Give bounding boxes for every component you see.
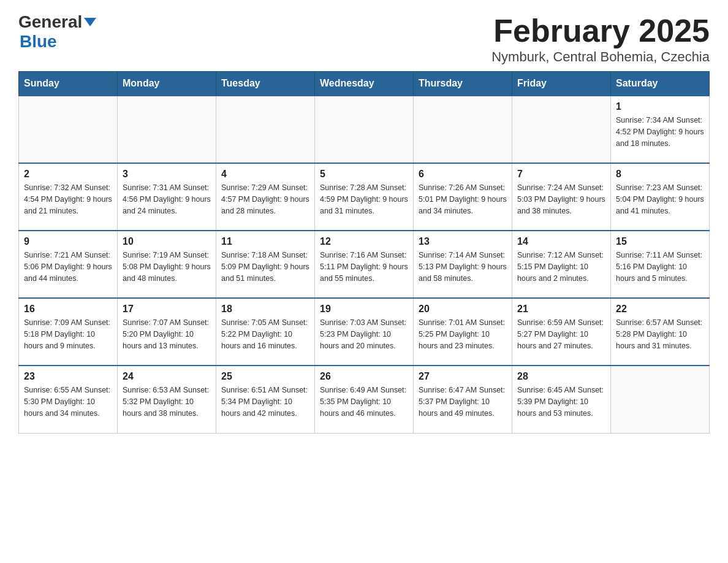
- table-row: 16Sunrise: 7:09 AM Sunset: 5:18 PM Dayli…: [19, 298, 118, 366]
- col-wednesday: Wednesday: [315, 72, 414, 96]
- table-row: 12Sunrise: 7:16 AM Sunset: 5:11 PM Dayli…: [315, 231, 414, 298]
- day-info: Sunrise: 6:55 AM Sunset: 5:30 PM Dayligh…: [24, 385, 112, 419]
- day-info: Sunrise: 6:53 AM Sunset: 5:32 PM Dayligh…: [123, 385, 211, 419]
- day-info: Sunrise: 6:47 AM Sunset: 5:37 PM Dayligh…: [419, 385, 507, 419]
- page-title: February 2025: [491, 12, 710, 49]
- day-number: 14: [517, 236, 605, 247]
- table-row: 3Sunrise: 7:31 AM Sunset: 4:56 PM Daylig…: [118, 163, 216, 231]
- table-row: 17Sunrise: 7:07 AM Sunset: 5:20 PM Dayli…: [118, 298, 216, 366]
- table-row: 11Sunrise: 7:18 AM Sunset: 5:09 PM Dayli…: [216, 231, 315, 298]
- day-info: Sunrise: 7:07 AM Sunset: 5:20 PM Dayligh…: [123, 317, 211, 351]
- calendar-week-row: 9Sunrise: 7:21 AM Sunset: 5:06 PM Daylig…: [19, 231, 710, 298]
- day-info: Sunrise: 7:09 AM Sunset: 5:18 PM Dayligh…: [24, 317, 112, 351]
- day-number: 17: [123, 304, 211, 315]
- table-row: [19, 96, 118, 163]
- calendar-week-row: 2Sunrise: 7:32 AM Sunset: 4:54 PM Daylig…: [19, 163, 710, 231]
- day-number: 10: [123, 236, 211, 247]
- table-row: 21Sunrise: 6:59 AM Sunset: 5:27 PM Dayli…: [512, 298, 611, 366]
- day-number: 25: [221, 371, 309, 382]
- day-number: 11: [221, 236, 309, 247]
- calendar-table: Sunday Monday Tuesday Wednesday Thursday…: [18, 71, 710, 434]
- day-info: Sunrise: 6:49 AM Sunset: 5:35 PM Dayligh…: [320, 385, 408, 419]
- day-number: 16: [24, 304, 112, 315]
- day-number: 15: [616, 236, 704, 247]
- day-info: Sunrise: 7:28 AM Sunset: 4:59 PM Dayligh…: [320, 182, 408, 216]
- table-row: [216, 96, 315, 163]
- col-tuesday: Tuesday: [216, 72, 315, 96]
- day-info: Sunrise: 7:24 AM Sunset: 5:03 PM Dayligh…: [517, 182, 605, 216]
- day-number: 18: [221, 304, 309, 315]
- table-row: 14Sunrise: 7:12 AM Sunset: 5:15 PM Dayli…: [512, 231, 611, 298]
- table-row: 7Sunrise: 7:24 AM Sunset: 5:03 PM Daylig…: [512, 163, 611, 231]
- day-info: Sunrise: 7:26 AM Sunset: 5:01 PM Dayligh…: [419, 182, 507, 216]
- table-row: 15Sunrise: 7:11 AM Sunset: 5:16 PM Dayli…: [611, 231, 710, 298]
- table-row: 23Sunrise: 6:55 AM Sunset: 5:30 PM Dayli…: [19, 366, 118, 433]
- day-number: 21: [517, 304, 605, 315]
- table-row: 2Sunrise: 7:32 AM Sunset: 4:54 PM Daylig…: [19, 163, 118, 231]
- day-number: 1: [616, 101, 704, 112]
- table-row: 24Sunrise: 6:53 AM Sunset: 5:32 PM Dayli…: [118, 366, 216, 433]
- day-info: Sunrise: 7:14 AM Sunset: 5:13 PM Dayligh…: [419, 250, 507, 284]
- table-row: [315, 96, 414, 163]
- day-info: Sunrise: 7:03 AM Sunset: 5:23 PM Dayligh…: [320, 317, 408, 351]
- table-row: 1Sunrise: 7:34 AM Sunset: 4:52 PM Daylig…: [611, 96, 710, 163]
- table-row: [512, 96, 611, 163]
- day-info: Sunrise: 7:12 AM Sunset: 5:15 PM Dayligh…: [517, 250, 605, 284]
- table-row: 8Sunrise: 7:23 AM Sunset: 5:04 PM Daylig…: [611, 163, 710, 231]
- table-row: 26Sunrise: 6:49 AM Sunset: 5:35 PM Dayli…: [315, 366, 414, 433]
- calendar-week-row: 23Sunrise: 6:55 AM Sunset: 5:30 PM Dayli…: [19, 366, 710, 433]
- day-info: Sunrise: 7:29 AM Sunset: 4:57 PM Dayligh…: [221, 182, 309, 216]
- day-info: Sunrise: 7:19 AM Sunset: 5:08 PM Dayligh…: [123, 250, 211, 284]
- table-row: 6Sunrise: 7:26 AM Sunset: 5:01 PM Daylig…: [414, 163, 512, 231]
- day-info: Sunrise: 7:23 AM Sunset: 5:04 PM Dayligh…: [616, 182, 704, 216]
- col-friday: Friday: [512, 72, 611, 96]
- logo: General Blue: [18, 12, 96, 52]
- title-block: February 2025 Nymburk, Central Bohemia, …: [491, 12, 710, 65]
- day-number: 23: [24, 371, 112, 382]
- logo-blue: Blue: [20, 32, 57, 51]
- day-info: Sunrise: 7:16 AM Sunset: 5:11 PM Dayligh…: [320, 250, 408, 284]
- day-number: 9: [24, 236, 112, 247]
- logo-general: General: [18, 12, 82, 32]
- day-number: 13: [419, 236, 507, 247]
- day-number: 7: [517, 169, 605, 180]
- day-number: 3: [123, 169, 211, 180]
- day-number: 27: [419, 371, 507, 382]
- table-row: 19Sunrise: 7:03 AM Sunset: 5:23 PM Dayli…: [315, 298, 414, 366]
- day-info: Sunrise: 7:11 AM Sunset: 5:16 PM Dayligh…: [616, 250, 704, 284]
- table-row: 5Sunrise: 7:28 AM Sunset: 4:59 PM Daylig…: [315, 163, 414, 231]
- day-info: Sunrise: 6:57 AM Sunset: 5:28 PM Dayligh…: [616, 317, 704, 351]
- day-number: 24: [123, 371, 211, 382]
- day-info: Sunrise: 6:51 AM Sunset: 5:34 PM Dayligh…: [221, 385, 309, 419]
- day-number: 2: [24, 169, 112, 180]
- day-number: 28: [517, 371, 605, 382]
- day-number: 20: [419, 304, 507, 315]
- day-number: 4: [221, 169, 309, 180]
- day-number: 8: [616, 169, 704, 180]
- day-number: 26: [320, 371, 408, 382]
- table-row: 27Sunrise: 6:47 AM Sunset: 5:37 PM Dayli…: [414, 366, 512, 433]
- table-row: 10Sunrise: 7:19 AM Sunset: 5:08 PM Dayli…: [118, 231, 216, 298]
- calendar-week-row: 1Sunrise: 7:34 AM Sunset: 4:52 PM Daylig…: [19, 96, 710, 163]
- table-row: [611, 366, 710, 433]
- col-thursday: Thursday: [414, 72, 512, 96]
- table-row: 9Sunrise: 7:21 AM Sunset: 5:06 PM Daylig…: [19, 231, 118, 298]
- col-monday: Monday: [118, 72, 216, 96]
- day-number: 12: [320, 236, 408, 247]
- day-info: Sunrise: 6:45 AM Sunset: 5:39 PM Dayligh…: [517, 385, 605, 419]
- table-row: [414, 96, 512, 163]
- day-number: 22: [616, 304, 704, 315]
- page-header: General Blue February 2025 Nymburk, Cent…: [18, 12, 710, 65]
- day-info: Sunrise: 7:32 AM Sunset: 4:54 PM Dayligh…: [24, 182, 112, 216]
- day-number: 6: [419, 169, 507, 180]
- col-sunday: Sunday: [19, 72, 118, 96]
- day-number: 5: [320, 169, 408, 180]
- day-info: Sunrise: 6:59 AM Sunset: 5:27 PM Dayligh…: [517, 317, 605, 351]
- table-row: 13Sunrise: 7:14 AM Sunset: 5:13 PM Dayli…: [414, 231, 512, 298]
- table-row: 20Sunrise: 7:01 AM Sunset: 5:25 PM Dayli…: [414, 298, 512, 366]
- day-info: Sunrise: 7:18 AM Sunset: 5:09 PM Dayligh…: [221, 250, 309, 284]
- calendar-header-row: Sunday Monday Tuesday Wednesday Thursday…: [19, 72, 710, 96]
- logo-arrow-icon: [84, 18, 96, 26]
- day-info: Sunrise: 7:34 AM Sunset: 4:52 PM Dayligh…: [616, 115, 704, 149]
- table-row: 22Sunrise: 6:57 AM Sunset: 5:28 PM Dayli…: [611, 298, 710, 366]
